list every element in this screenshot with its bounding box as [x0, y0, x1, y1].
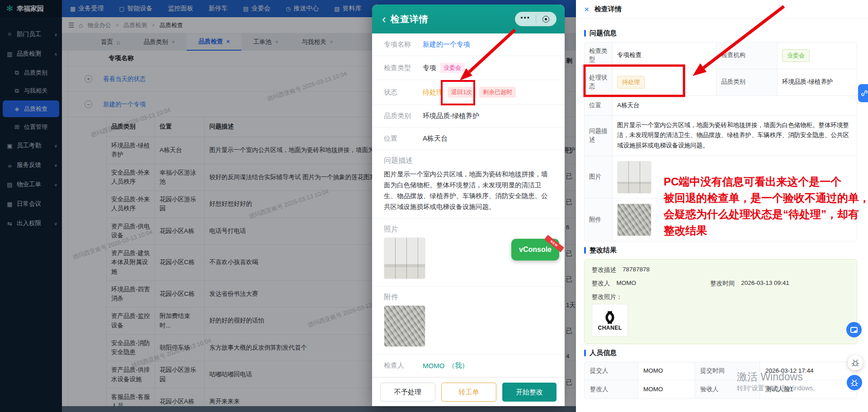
mini-title: 检查详情 — [391, 13, 429, 25]
field-label: 检查人 — [384, 361, 423, 370]
problem-image-thumbnail[interactable] — [617, 161, 651, 194]
close-target-icon[interactable] — [536, 16, 557, 23]
close-icon[interactable]: × — [584, 5, 589, 14]
app-root: ✻ 幸福家园 ▦ 业务受理 ▢ 智能设备 监控面板 新停车 ▤ 业委会 ◷ 推送… — [0, 0, 868, 412]
problem-attachment-thumbnail[interactable] — [617, 204, 651, 236]
inspector-me-suffix: （我） — [448, 361, 468, 370]
label-description: 问题描述 — [585, 116, 613, 156]
section-attachment: 附件 — [372, 287, 565, 355]
project-name-link[interactable]: 新建的一个专项 — [423, 40, 470, 49]
field-category: 品质类别 环境品质-绿植养护 — [372, 105, 565, 128]
inspector-value: MOMO — [423, 362, 444, 369]
label-quality-category: 品质类别 — [717, 69, 778, 96]
section-title-problem-info: 问题信息 — [584, 29, 857, 38]
committee-badge: 业委会 — [782, 49, 810, 62]
chanel-logo-icon — [599, 309, 620, 326]
drawer-header: × 检查详情 — [576, 0, 868, 19]
value-submitter: MOMO — [638, 362, 695, 380]
label-attachment: 附件 — [585, 199, 613, 241]
label-submit-time: 提交时间 — [695, 362, 760, 380]
drawer-title: 检查详情 — [594, 5, 622, 14]
field-location: 位置 A栋天台 — [372, 128, 565, 150]
people-info-table: 提交人 MOMO 提交时间 2026-03-12 17:44 整改人 MOMO … — [584, 362, 857, 399]
field-status: 状态 待处理 退回1次 剩余已超时 — [372, 80, 565, 105]
label-location: 位置 — [585, 96, 613, 116]
label-rect-desc: 整改描述 — [592, 266, 616, 274]
label-check-org: 检查机构 — [717, 43, 778, 69]
label-process-status: 处理状态 — [585, 69, 613, 96]
section-title-rectification: 整改结果 — [584, 246, 857, 255]
category-value: 环境品质-绿植养护 — [423, 112, 479, 120]
debug-bug-button[interactable] — [848, 355, 863, 370]
label-rectifier: 整改人 — [585, 380, 638, 398]
label-submitter: 提交人 — [585, 362, 638, 380]
attachment-thumbnail[interactable] — [384, 305, 425, 347]
value-rectifier: MOMO — [638, 380, 695, 398]
field-label: 位置 — [384, 134, 423, 143]
field-label: 状态 — [384, 88, 423, 97]
field-label: 检查类型 — [384, 64, 423, 72]
value-rect-desc: 78787878 — [623, 266, 650, 274]
value-rect-time: 2026-03-13 09:41 — [741, 279, 789, 288]
field-check-type: 检查类型 专项 业委会 — [372, 56, 565, 80]
value-description: 图片显示一个室内公共区域，地面为瓷砖和地毯拼接，墙面为白色储物柜。整体环境整洁，… — [613, 116, 857, 156]
value-check-type: 专项检查 — [613, 43, 717, 69]
value-acceptor: 测试人脸1 — [760, 380, 857, 398]
value-submit-time: 2026-03-12 17:44 — [760, 362, 857, 380]
value-rect-person: MOMO — [617, 279, 637, 288]
detail-drawer: × 检查详情 问题信息 检查类型 专项检查 检查机构 业委会 处理状态 待处理 … — [576, 0, 868, 412]
photo-thumbnail[interactable] — [384, 237, 425, 279]
value-quality-category: 环境品质-绿植养护 — [778, 69, 857, 96]
committee-badge: 业委会 — [440, 63, 465, 73]
location-value: A栋天台 — [423, 134, 448, 143]
pending-badge: 待处理 — [617, 76, 645, 89]
value-location: A栋天台 — [613, 96, 857, 116]
label-rect-time: 整改时间 — [710, 279, 735, 288]
bug-icon — [850, 379, 859, 387]
transfer-work-order-button[interactable]: 转工单 — [441, 383, 496, 402]
field-label: 附件 — [384, 293, 553, 302]
chanel-text: CHANEL — [598, 325, 622, 331]
field-project-name: 专项名称 新建的一个专项 — [372, 33, 565, 56]
description-text: 图片显示一个室内公共区域，地面为瓷砖和地毯拼接，墙面为白色储物柜。整体环境整洁，… — [384, 169, 553, 212]
field-label: 品质类别 — [384, 112, 423, 120]
field-inspector: 检查人 MOMO （我） — [372, 355, 565, 377]
back-icon[interactable]: ‹ — [382, 13, 386, 25]
mini-footer: 不予处理 转工单 开始整改 — [372, 377, 565, 406]
label-acceptor: 验收人 — [695, 380, 760, 398]
vconsole-button[interactable]: vConsole NEW — [511, 239, 559, 260]
more-icon[interactable]: ••• — [515, 18, 536, 20]
returned-badge: 退回1次 — [448, 87, 476, 98]
feedback-chat-button[interactable] — [846, 322, 862, 337]
rectification-result-box: 整改描述 78787878 整改人 MOMO 整改时间 2026-03-13 0… — [584, 259, 857, 344]
chat-icon — [850, 327, 858, 333]
mini-program-panel: ‹ 检查详情 ••• 专项名称 新建的一个专项 检查类型 专项 业委会 状态 待… — [372, 5, 565, 406]
miniprogram-capsule: ••• — [515, 12, 557, 26]
mini-header: ‹ 检查详情 ••• — [372, 5, 565, 33]
field-label: 专项名称 — [384, 40, 423, 49]
bug-icon — [851, 359, 859, 367]
label-rect-photo: 整改照片： — [592, 293, 623, 301]
field-label: 照片 — [384, 225, 553, 234]
share-link-tab[interactable] — [858, 84, 868, 102]
do-not-process-button[interactable]: 不予处理 — [380, 383, 435, 402]
start-rectification-button[interactable]: 开始整改 — [502, 383, 557, 402]
vconsole-label: vConsole — [519, 246, 552, 254]
problem-info-table: 检查类型 专项检查 检查机构 业委会 处理状态 待处理 品质类别 环境品质-绿植… — [584, 42, 857, 242]
status-value: 待处理 — [423, 88, 443, 97]
link-icon — [861, 90, 868, 97]
rectification-photo-thumbnail[interactable]: CHANEL — [592, 304, 628, 336]
assistant-bug-button[interactable] — [847, 375, 862, 390]
overdue-badge: 剩余已超时 — [479, 87, 516, 98]
section-title-people: 人员信息 — [584, 349, 857, 357]
label-image: 图片 — [585, 156, 613, 199]
label-check-type: 检查类型 — [585, 43, 613, 69]
field-description: 问题描述 图片显示一个室内公共区域，地面为瓷砖和地毯拼接，墙面为白色储物柜。整体… — [372, 150, 565, 219]
label-rect-person: 整改人 — [592, 279, 610, 288]
check-type-value: 专项 — [423, 64, 436, 72]
field-label: 问题描述 — [384, 156, 553, 166]
